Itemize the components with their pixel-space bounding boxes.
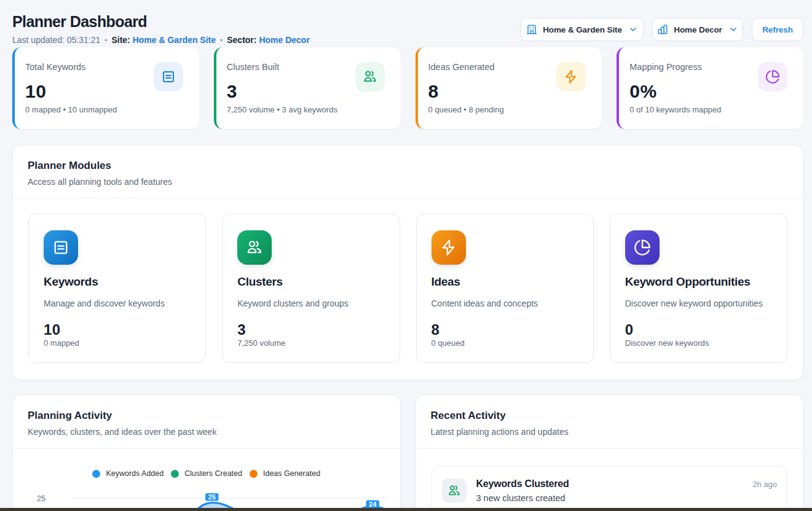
svg-text:25: 25 bbox=[37, 494, 45, 503]
svg-text:25: 25 bbox=[208, 493, 216, 501]
svg-text:24: 24 bbox=[369, 501, 377, 508]
